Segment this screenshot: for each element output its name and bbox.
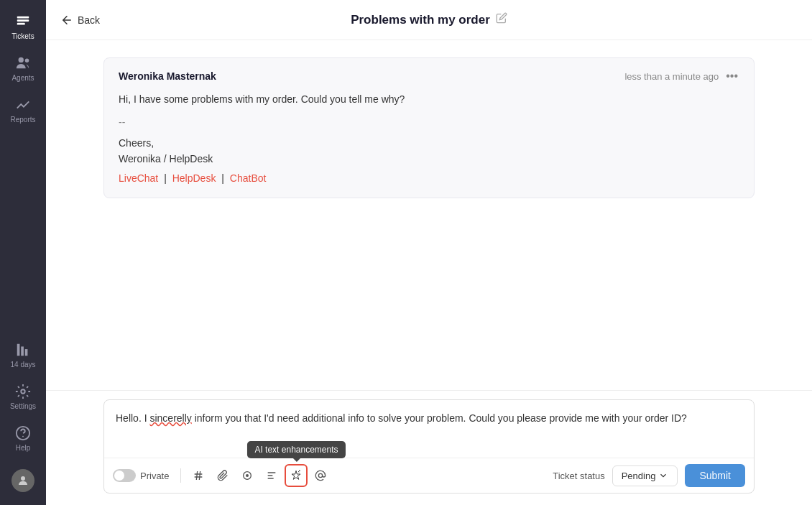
svg-rect-1 [17,19,29,22]
svg-point-11 [21,476,25,481]
more-options-button[interactable]: ••• [724,70,739,83]
text-format-button[interactable] [260,464,283,487]
link-helpdesk[interactable]: HelpDesk [172,172,216,184]
reply-text-before: Hello. I [116,412,149,424]
toolbar-divider [180,468,181,483]
hashtag-button[interactable] [187,464,210,487]
trial-icon [14,341,32,358]
svg-point-4 [25,59,29,63]
sidebar-label-tickets: Tickets [11,32,34,40]
message-line1: Hi, I have some problems with my order. … [119,91,739,107]
sep1: | [164,172,167,184]
page-title: Problems with my order [351,12,507,27]
attachment-button[interactable] [211,464,234,487]
svg-rect-6 [21,346,24,356]
svg-point-3 [19,57,24,62]
user-avatar-icon [11,469,34,492]
sep2: | [221,172,224,184]
ai-enhance-button[interactable] [285,464,308,487]
reply-area: Hello. I sincerelly inform you that I'd … [46,390,812,505]
private-toggle[interactable]: Private [113,469,169,482]
message-meta: less than a minute ago ••• [624,70,739,83]
help-icon [14,425,32,442]
message-links: LiveChat | HelpDesk | ChatBot [119,170,739,186]
main-area: Back Problems with my order Weronika Mas… [46,0,812,505]
settings-icon [14,383,32,400]
reply-box: Hello. I sincerelly inform you that I'd … [103,399,755,494]
sidebar-item-reports[interactable]: Reports [0,89,46,131]
reply-typo-word: sincerelly [149,412,191,424]
svg-rect-2 [17,23,25,25]
toolbar-left: Private [113,464,550,487]
agents-icon [14,55,32,72]
message-divider: -- [119,114,739,130]
toggle-switch[interactable] [113,469,136,482]
link-chatbot[interactable]: ChatBot [230,172,267,184]
edit-title-icon[interactable] [496,12,507,27]
sidebar-item-user[interactable] [0,462,46,499]
sidebar-item-14days[interactable]: 14 days [0,334,46,376]
svg-point-10 [22,436,24,437]
message-sender: Weronika Masternak [119,70,216,82]
message-timestamp: less than a minute ago [624,71,719,82]
private-label: Private [140,471,169,481]
toolbar-right: Ticket status Pending Submit [553,464,745,487]
sidebar-label-14days: 14 days [10,361,35,369]
message-item: Weronika Masternak less than a minute ag… [103,57,755,198]
message-header: Weronika Masternak less than a minute ag… [119,70,739,83]
sidebar-label-help: Help [16,444,31,452]
sidebar-label-settings: Settings [10,402,36,410]
back-label: Back [78,14,100,26]
message-cheers: Cheers, [119,135,739,151]
sidebar-label-reports: Reports [10,116,35,124]
status-value: Pending [622,471,656,481]
reply-text-area[interactable]: Hello. I sincerelly inform you that I'd … [104,400,754,458]
sidebar-item-agents[interactable]: Agents [0,47,46,89]
submit-button[interactable]: Submit [685,464,745,487]
svg-rect-5 [17,344,20,356]
message-body: Hi, I have some problems with my order. … [119,91,739,186]
header: Back Problems with my order [46,0,812,40]
message-signature: Weronika / HelpDesk [119,151,739,167]
sidebar: Tickets Agents Reports 14 days Settings … [0,0,46,505]
reply-toolbar: Private [104,458,754,493]
reports-icon [14,96,32,113]
svg-point-14 [319,473,323,477]
back-button[interactable]: Back [60,14,100,27]
svg-rect-7 [25,349,28,356]
message-list: Weronika Masternak less than a minute ag… [46,40,812,390]
sidebar-item-settings[interactable]: Settings [0,376,46,417]
reply-text-after: inform you that I'd need additional info… [192,412,687,424]
sidebar-label-agents: Agents [11,74,34,82]
svg-point-8 [21,389,25,394]
status-dropdown[interactable]: Pending [612,465,678,486]
ticket-status-label: Ticket status [553,471,604,481]
ticket-title: Problems with my order [351,13,490,27]
record-button[interactable] [236,464,259,487]
sidebar-item-help[interactable]: Help [0,417,46,459]
svg-point-13 [246,474,249,477]
link-livechat[interactable]: LiveChat [119,172,158,184]
mention-button[interactable] [309,464,332,487]
tickets-icon [14,13,32,30]
sidebar-item-tickets[interactable]: Tickets [0,6,46,47]
toggle-knob [114,471,124,481]
ai-enhance-wrapper: AI text enhancements [285,464,308,487]
svg-rect-0 [17,17,29,19]
